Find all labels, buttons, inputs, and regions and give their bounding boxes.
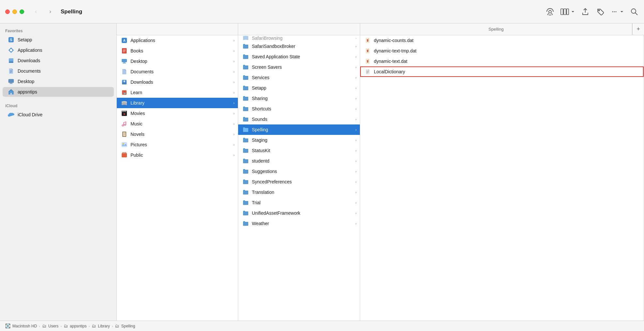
col2-item-screensavers[interactable]: Screen Savers › — [238, 62, 360, 72]
col2-item-unifiedasset[interactable]: UnifiedAssetFramework › — [238, 208, 360, 218]
col2-folder-icon-4 — [242, 84, 249, 92]
col1-item-applications[interactable]: A Applications › — [117, 35, 238, 46]
sidebar-item-downloads[interactable]: Downloads — [3, 56, 114, 65]
col1-music-icon — [121, 120, 128, 127]
col2-folder-icon-6 — [242, 105, 249, 112]
col1-item-learn[interactable]: 📚 Learn › — [117, 87, 238, 98]
minimize-button[interactable] — [12, 9, 17, 14]
col2-item-translation[interactable]: Translation › — [238, 187, 360, 197]
col2-item-shortcuts[interactable]: Shortcuts › — [238, 104, 360, 114]
file-item-dynamic-text[interactable]: dynamic-text.dat — [360, 56, 644, 66]
col2-item-services[interactable]: Services › — [238, 72, 360, 83]
file-icon-localdictionary — [364, 68, 371, 75]
col2-item-sharing[interactable]: Sharing › — [238, 93, 360, 104]
col2-item-staging[interactable]: Staging › — [238, 135, 360, 145]
col1-item-downloads[interactable]: Downloads › — [117, 77, 238, 87]
col2-label-translation: Translation — [252, 190, 354, 195]
more-options[interactable] — [611, 8, 624, 15]
col1-item-public[interactable]: Public › — [117, 150, 238, 160]
setapp-icon: S — [8, 36, 14, 43]
sidebar-item-label-desktop: Desktop — [18, 79, 34, 84]
sidebar-item-appsntips[interactable]: appsntips — [3, 87, 114, 97]
col2-folder-icon-5 — [242, 95, 249, 102]
icloud-label: iCloud — [0, 101, 116, 109]
col2-folder-icon-1 — [242, 53, 249, 60]
col2-folder-icon-3 — [242, 74, 249, 81]
close-button[interactable] — [5, 9, 10, 14]
share-icon[interactable] — [581, 7, 590, 16]
tag-icon[interactable] — [596, 7, 605, 16]
forward-button[interactable]: › — [45, 7, 55, 17]
breadcrumb-appsntips[interactable]: 🗂 appsntips — [64, 324, 86, 328]
col2-item-syncedprefs[interactable]: SyncedPreferences › — [238, 177, 360, 187]
col1-item-documents[interactable]: Documents › — [117, 66, 238, 77]
toolbar-right — [545, 7, 639, 16]
file-item-dynamic-counts[interactable]: dynamic-counts.dat — [360, 35, 644, 46]
col2-label-studentd: studentd — [252, 158, 354, 164]
col2-label-setapp: Setapp — [252, 85, 354, 91]
col1-documents-icon — [121, 68, 128, 75]
file-label-localdictionary: LocalDictionary — [374, 69, 405, 74]
airdrop-icon[interactable] — [545, 7, 555, 16]
col1-item-desktop[interactable]: Desktop › — [117, 56, 238, 66]
col2-item-sounds[interactable]: Sounds › — [238, 114, 360, 124]
spelling-folder-icon: 🗂 — [115, 324, 119, 328]
col2-label-safaribrowsing: SafariBrowsing — [252, 36, 354, 41]
icloud-icon — [8, 111, 14, 118]
svg-rect-32 — [123, 63, 126, 64]
search-icon[interactable] — [630, 7, 639, 16]
col1-header — [117, 23, 238, 35]
col2-item-safaribrowsing[interactable]: SafariBrowsing › — [238, 35, 360, 41]
sidebar-item-icloudrive[interactable]: iCloud Drive — [3, 110, 114, 120]
col2-label-safarisandboxbroker: SafariSandboxBroker — [252, 44, 354, 49]
breadcrumb-users[interactable]: 🗂 Users — [42, 324, 58, 328]
col2-item-savedappstate[interactable]: Saved Application State › — [238, 51, 360, 62]
col1-item-pictures[interactable]: Pictures › — [117, 139, 238, 150]
col1-item-books[interactable]: Books › — [117, 46, 238, 56]
svg-point-7 — [616, 11, 617, 12]
breadcrumb-macintoshhd[interactable]: 💽 Macintosh HD — [5, 324, 37, 328]
back-button[interactable]: ‹ — [31, 7, 41, 17]
col2-folder-icon-7 — [242, 116, 249, 123]
col1-movies-icon — [121, 110, 128, 117]
col2-chevron-12: › — [355, 169, 357, 173]
breadcrumb-library[interactable]: 🗂 Library — [92, 324, 110, 328]
col1-item-library[interactable]: Library › — [117, 98, 238, 108]
svg-rect-2 — [564, 9, 566, 15]
col1-item-movies[interactable]: Movies › — [117, 108, 238, 119]
svg-point-5 — [612, 11, 613, 12]
col2-item-safarisandboxbroker[interactable]: SafariSandboxBroker › — [238, 41, 360, 51]
col2-folder-icon-12 — [242, 168, 249, 175]
col1-label-applications: Applications — [130, 38, 232, 43]
col1-item-novels[interactable]: Novels › — [117, 129, 238, 139]
col1-item-music[interactable]: Music › — [117, 119, 238, 129]
col2-item-setapp[interactable]: Setapp › — [238, 83, 360, 93]
add-column-button[interactable]: + — [632, 23, 644, 35]
sidebar-item-label-applications: Applications — [18, 48, 42, 53]
col2-item-spelling[interactable]: Spelling › — [238, 124, 360, 135]
file-item-localdictionary[interactable]: LocalDictionary — [360, 66, 644, 77]
columns-header: Spelling + — [117, 23, 644, 35]
col2-item-suggestions[interactable]: Suggestions › — [238, 166, 360, 177]
sidebar-item-applications[interactable]: Applications — [3, 45, 114, 55]
zoom-button[interactable] — [20, 9, 24, 14]
svg-rect-43 — [125, 111, 126, 112]
sidebar-item-setapp[interactable]: S Setapp — [3, 35, 114, 45]
col2-item-studentd[interactable]: studentd › — [238, 156, 360, 166]
col1-chevron-pictures: › — [233, 143, 235, 147]
titlebar: ‹ › Spelling — [0, 0, 644, 23]
col2-item-trial[interactable]: Trial › — [238, 197, 360, 208]
sidebar-item-documents[interactable]: Documents — [3, 66, 114, 76]
col2-label-syncedprefs: SyncedPreferences — [252, 179, 354, 184]
col2-folder-icon-11 — [242, 157, 249, 165]
breadcrumb-spelling[interactable]: 🗂 Spelling — [115, 324, 135, 328]
col2-chevron-5: › — [355, 96, 357, 100]
col2-label-services: Services — [252, 75, 354, 80]
sidebar-item-desktop[interactable]: Desktop — [3, 77, 114, 86]
col2-item-statuskit[interactable]: StatusKit › — [238, 145, 360, 156]
main-area: Favorites S Setapp Applications — [0, 23, 644, 321]
col2-item-weather[interactable]: Weather › — [238, 218, 360, 229]
view-options[interactable] — [560, 8, 575, 15]
file-item-dynamic-text-tmp[interactable]: dynamic-text-tmp.dat — [360, 46, 644, 56]
col2-folder-icon-13 — [242, 178, 249, 185]
